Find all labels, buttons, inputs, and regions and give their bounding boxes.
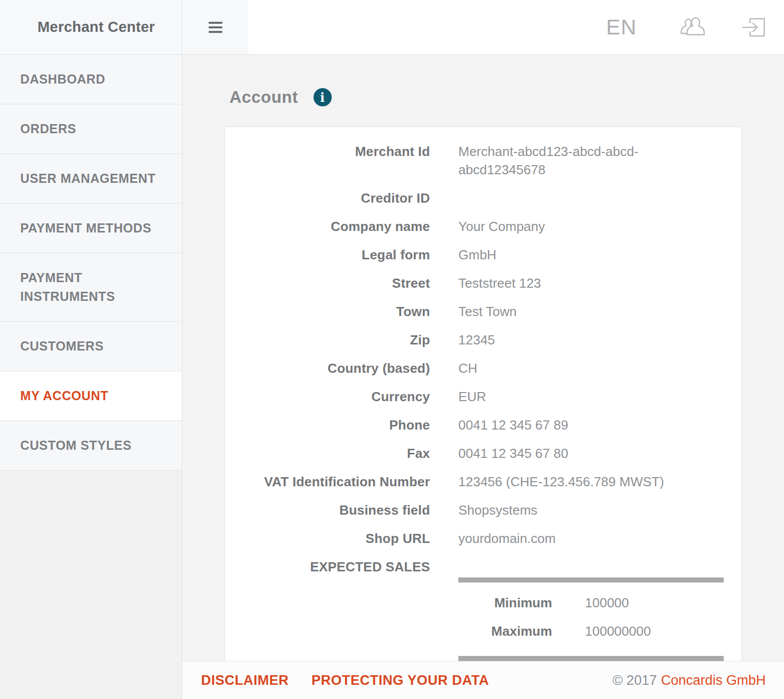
field-label: Currency	[225, 387, 430, 406]
sidebar-item-payment-instruments[interactable]: PAYMENT INSTRUMENTS	[0, 253, 182, 322]
main-column: EN Account i	[182, 0, 784, 699]
users-button[interactable]	[680, 17, 705, 38]
page-heading: Account i	[224, 87, 784, 107]
field-value: Test Town	[458, 302, 712, 321]
topbar-right: EN	[606, 0, 784, 54]
sidebar-filler	[0, 471, 182, 699]
field-label: Business field	[225, 501, 430, 519]
field-value: Your Company	[458, 217, 712, 236]
sidebar: Merchant Center DASHBOARD ORDERS USER MA…	[0, 0, 182, 699]
field-row-company-name: Company name Your Company	[225, 217, 724, 236]
field-row-street: Street Teststreet 123	[225, 274, 724, 292]
field-row-phone: Phone 0041 12 345 67 89	[225, 416, 724, 434]
field-label: Legal form	[225, 246, 430, 264]
logout-icon	[741, 17, 766, 38]
field-row-merchant-id: Merchant Id Merchant-abcd123-abcd-abcd-a…	[225, 142, 724, 179]
minimum-label: Minimum	[458, 594, 552, 612]
field-row-fax: Fax 0041 12 345 67 80	[225, 444, 724, 462]
footer-link-disclaimer[interactable]: DISCLAIMER	[201, 673, 289, 688]
field-value: Teststreet 123	[458, 274, 712, 292]
field-label: Street	[225, 274, 430, 292]
field-label: VAT Identification Number	[225, 473, 430, 491]
field-value: Shopsystems	[458, 501, 712, 519]
page-title: Account	[229, 87, 298, 107]
field-value: 0041 12 345 67 80	[458, 444, 712, 462]
field-value: CH	[458, 359, 712, 377]
sidebar-header: Merchant Center	[0, 0, 182, 55]
logout-button[interactable]	[741, 17, 766, 38]
field-label: Merchant Id	[225, 142, 430, 179]
info-icon[interactable]: i	[313, 88, 332, 106]
copyright-prefix: © 2017	[612, 673, 656, 688]
sidebar-item-custom-styles[interactable]: CUSTOM STYLES	[0, 421, 182, 471]
field-row-town: Town Test Town	[225, 302, 724, 321]
field-label: Country (based)	[225, 359, 430, 377]
field-value: 12345	[458, 331, 712, 349]
field-row-shop-url: Shop URL yourdomain.com	[225, 529, 724, 548]
field-row-creditor-id: Creditor ID	[225, 189, 724, 207]
app-title: Merchant Center	[37, 19, 155, 35]
expected-sales-minimum-row: Minimum 100000	[458, 594, 724, 612]
sidebar-nav: DASHBOARD ORDERS USER MANAGEMENT PAYMENT…	[0, 55, 182, 471]
hamburger-icon	[209, 22, 222, 24]
sidebar-item-customers[interactable]: CUSTOMERS	[0, 322, 182, 371]
footer: DISCLAIMER PROTECTING YOUR DATA © 2017Co…	[182, 661, 784, 699]
field-value: GmbH	[458, 246, 712, 264]
content-area: Account i Merchant Id Merchant-abcd123-a…	[182, 55, 784, 661]
field-label: Town	[225, 302, 430, 321]
field-row-legal-form: Legal form GmbH	[225, 246, 724, 264]
sidebar-item-payment-methods[interactable]: PAYMENT METHODS	[0, 204, 182, 253]
field-label: Shop URL	[225, 529, 430, 548]
expected-sales-box: Minimum 100000 Maximum 100000000	[458, 558, 724, 661]
topbar: EN	[182, 0, 784, 55]
sidebar-item-orders[interactable]: ORDERS	[0, 104, 182, 154]
field-value: 0041 12 345 67 89	[458, 416, 712, 434]
copyright: © 2017Concardis GmbH	[612, 673, 766, 688]
field-row-currency: Currency EUR	[225, 387, 724, 406]
expected-sales-label: EXPECTED SALES	[225, 558, 430, 661]
field-value: 123456 (CHE-123.456.789 MWST)	[458, 473, 712, 491]
footer-link-protecting-data[interactable]: PROTECTING YOUR DATA	[311, 673, 489, 688]
field-row-country: Country (based) CH	[225, 359, 724, 377]
field-label: Company name	[225, 217, 430, 236]
language-selector[interactable]: EN	[606, 15, 637, 40]
divider-bar	[458, 656, 724, 661]
maximum-value: 100000000	[585, 622, 651, 640]
field-value: Merchant-abcd123-abcd-abcd-abcd12345678	[458, 142, 712, 179]
field-row-vat-number: VAT Identification Number 123456 (CHE-12…	[225, 473, 724, 491]
sidebar-item-dashboard[interactable]: DASHBOARD	[0, 55, 182, 104]
maximum-label: Maximum	[458, 622, 552, 640]
menu-toggle-button[interactable]	[206, 16, 225, 38]
hamburger-zone	[182, 0, 248, 54]
minimum-value: 100000	[585, 594, 629, 612]
field-row-business-field: Business field Shopsystems	[225, 501, 724, 519]
field-value	[458, 189, 712, 207]
field-label: Fax	[225, 444, 430, 462]
expected-sales-maximum-row: Maximum 100000000	[458, 622, 724, 640]
field-value: EUR	[458, 387, 712, 406]
divider-bar	[458, 577, 724, 582]
field-label: Creditor ID	[225, 189, 430, 207]
account-card: Merchant Id Merchant-abcd123-abcd-abcd-a…	[224, 127, 742, 661]
field-label: Phone	[225, 416, 430, 434]
field-label: Zip	[225, 331, 430, 349]
field-row-zip: Zip 12345	[225, 331, 724, 349]
users-icon	[680, 17, 705, 38]
field-value: yourdomain.com	[458, 529, 712, 548]
company-link[interactable]: Concardis GmbH	[661, 673, 766, 688]
sidebar-item-user-management[interactable]: USER MANAGEMENT	[0, 154, 182, 204]
sidebar-item-my-account[interactable]: MY ACCOUNT	[0, 371, 182, 421]
merchant-center-app: Merchant Center DASHBOARD ORDERS USER MA…	[0, 0, 784, 699]
expected-sales-section: EXPECTED SALES Minimum 100000 Maximum 10…	[225, 558, 724, 661]
